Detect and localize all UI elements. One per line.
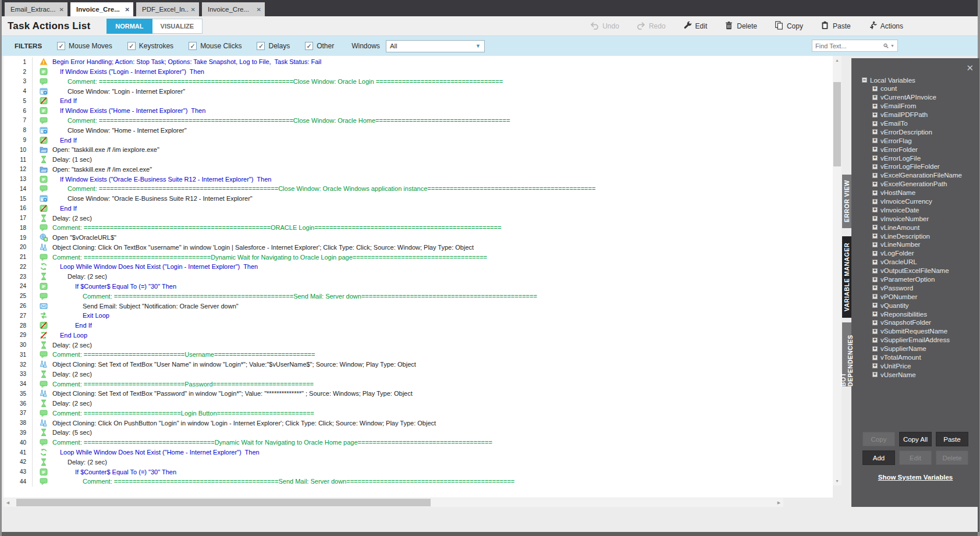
- action-row-2[interactable]: 2IFIf Window Exists ("Login - Internet E…: [3, 67, 833, 77]
- variable-item[interactable]: +vErrorDescription: [872, 127, 962, 136]
- action-row-26[interactable]: 26Send Email: Subject "Notification: Ora…: [3, 301, 833, 311]
- variable-item[interactable]: +vOutputExcelFileName: [872, 267, 962, 275]
- search-options-caret-icon[interactable]: ▼: [890, 44, 894, 48]
- expand-icon[interactable]: +: [872, 242, 878, 247]
- expand-icon[interactable]: +: [872, 363, 878, 368]
- scroll-down-icon[interactable]: ▼: [833, 477, 841, 485]
- horizontal-scrollbar[interactable]: ◀ ▶: [3, 498, 783, 507]
- action-row-6[interactable]: 6IFIf Window Exists ("Home - Internet Ex…: [3, 106, 833, 116]
- action-row-4[interactable]: 4Close Window: "Login - Internet Explore…: [3, 86, 833, 96]
- action-row-9[interactable]: 9IFEnd If: [3, 135, 833, 145]
- expand-icon[interactable]: +: [872, 121, 878, 126]
- action-row-27[interactable]: 27Exit Loop: [3, 311, 833, 321]
- action-row-16[interactable]: 16IFEnd If: [3, 203, 833, 213]
- filter-checkbox-other[interactable]: ✓Other: [305, 42, 334, 50]
- document-tab-0[interactable]: Email_Extrac...✕: [5, 2, 68, 16]
- filter-checkbox-delays[interactable]: ✓Delays: [257, 42, 290, 50]
- variable-item[interactable]: +vEmailTo: [872, 119, 962, 128]
- action-row-14[interactable]: 14Comment: =============================…: [3, 184, 833, 194]
- variable-item[interactable]: +vErrorFolder: [872, 145, 962, 154]
- variable-item[interactable]: +vOracleURL: [872, 258, 962, 267]
- expand-icon[interactable]: +: [872, 155, 878, 161]
- side-tab-variable-manager[interactable]: VARIABLE MANAGER: [842, 236, 851, 318]
- variable-item[interactable]: +vCurrentAPInvoice: [872, 93, 962, 102]
- expand-icon[interactable]: +: [872, 355, 878, 360]
- action-row-23[interactable]: 23Delay: (2 sec): [3, 272, 833, 282]
- variable-item[interactable]: +vReponsibilities: [872, 310, 962, 318]
- variable-item[interactable]: +vLineNumber: [872, 240, 962, 249]
- expand-icon[interactable]: +: [872, 104, 878, 109]
- expand-icon[interactable]: +: [872, 260, 878, 265]
- action-row-7[interactable]: 7Comment: ==============================…: [3, 116, 833, 126]
- expand-icon[interactable]: +: [872, 164, 878, 169]
- variable-item[interactable]: +vPassword: [872, 283, 962, 292]
- collapse-icon[interactable]: −: [862, 77, 867, 83]
- expand-icon[interactable]: +: [872, 294, 878, 299]
- close-tab-icon[interactable]: ✕: [59, 6, 64, 13]
- expand-icon[interactable]: +: [872, 338, 878, 343]
- variable-item[interactable]: +vLogFolder: [872, 249, 962, 258]
- action-row-8[interactable]: 8Close Window: "Home - Internet Explorer…: [3, 125, 833, 135]
- action-row-25[interactable]: 25Comment: =============================…: [3, 291, 833, 301]
- variable-item[interactable]: +vExcelGenarationFileName: [872, 171, 962, 180]
- variable-item[interactable]: +vSubmitRequestName: [872, 327, 962, 336]
- variable-copy-all-button[interactable]: Copy All: [899, 432, 932, 446]
- expand-icon[interactable]: +: [872, 320, 878, 325]
- document-tab-2[interactable]: PDF_Excel_In...✕: [136, 2, 199, 16]
- action-row-28[interactable]: 28IFEnd If: [3, 321, 833, 331]
- action-row-37[interactable]: 37Comment: ==========================Log…: [3, 409, 833, 418]
- action-row-42[interactable]: 42Delay: (2 sec): [3, 457, 833, 467]
- filter-checkbox-mouse-moves[interactable]: ✓Mouse Moves: [57, 42, 112, 50]
- action-row-5[interactable]: 5IFEnd If: [3, 96, 833, 106]
- variable-item[interactable]: +vExcelGenerationPath: [872, 180, 962, 189]
- scroll-up-icon[interactable]: ▲: [833, 56, 841, 65]
- expand-icon[interactable]: +: [872, 216, 878, 221]
- action-row-11[interactable]: 11Delay: (1 sec): [3, 155, 833, 165]
- checkbox-icon[interactable]: ✓: [57, 42, 65, 50]
- variable-item[interactable]: +vErrorFlag: [872, 136, 962, 145]
- variable-item[interactable]: +vErrorLogFileFolder: [872, 162, 962, 171]
- expand-icon[interactable]: +: [872, 346, 878, 352]
- action-row-1[interactable]: 1!Begin Error Handling; Action: Stop Tas…: [3, 57, 833, 67]
- action-row-32[interactable]: 32Object Cloning: Set Text of TextBox "U…: [3, 360, 833, 370]
- document-tab-1[interactable]: Invoice_Cre...✕: [70, 2, 133, 16]
- scroll-left-icon[interactable]: ◀: [3, 498, 12, 507]
- expand-icon[interactable]: +: [872, 303, 878, 308]
- expand-icon[interactable]: +: [872, 372, 878, 377]
- action-row-40[interactable]: 40Comment: =============================…: [3, 438, 833, 448]
- checkbox-icon[interactable]: ✓: [305, 42, 313, 50]
- expand-icon[interactable]: +: [872, 147, 878, 152]
- expand-icon[interactable]: +: [872, 129, 878, 134]
- action-row-35[interactable]: 35Object Cloning: Set Text of TextBox "P…: [3, 389, 833, 399]
- expand-icon[interactable]: +: [872, 311, 878, 317]
- variable-item[interactable]: +vSnapshotFolder: [872, 318, 962, 327]
- expand-icon[interactable]: +: [872, 251, 878, 256]
- variable-add-button[interactable]: Add: [862, 450, 895, 465]
- expand-icon[interactable]: +: [872, 138, 878, 143]
- variable-item[interactable]: +vLineDescription: [872, 232, 962, 240]
- action-row-39[interactable]: 39Delay: (5 sec): [3, 428, 833, 438]
- expand-icon[interactable]: +: [872, 285, 878, 290]
- action-row-3[interactable]: 3Comment: ==============================…: [3, 77, 833, 87]
- action-row-18[interactable]: 18Comment: =============================…: [3, 223, 833, 233]
- expand-icon[interactable]: +: [872, 277, 878, 282]
- action-row-10[interactable]: 10Open: "taskkill.exe /f /im iexplore.ex…: [3, 145, 833, 155]
- variable-item[interactable]: +vSupplierEmailAddress: [872, 336, 962, 345]
- expand-icon[interactable]: +: [872, 86, 878, 91]
- expand-icon[interactable]: +: [872, 207, 878, 212]
- variable-item[interactable]: +vSupplierName: [872, 345, 962, 353]
- action-row-12[interactable]: 12Open: "taskkill.exe /f /im excel.exe": [3, 164, 833, 174]
- action-row-20[interactable]: 20Object Cloning: Click On TextBox "user…: [3, 243, 833, 253]
- variable-item[interactable]: +vTotalAmount: [872, 353, 962, 362]
- scroll-right-icon[interactable]: ▶: [775, 498, 783, 507]
- action-row-41[interactable]: 41Loop While Window Does Not Exist ("Hom…: [3, 448, 833, 457]
- action-row-43[interactable]: 43IFIf $Counter$ Equal To (=) "30" Then: [3, 467, 833, 477]
- action-row-36[interactable]: 36Delay: (2 sec): [3, 399, 833, 409]
- action-row-38[interactable]: 38Object Cloning: Click On PushButton "L…: [3, 418, 833, 428]
- delete-button[interactable]: Delete: [725, 21, 757, 31]
- show-system-variables-link[interactable]: Show System Variables: [851, 474, 979, 481]
- action-row-19[interactable]: 19Open "$vOracleURL$": [3, 233, 833, 243]
- close-icon[interactable]: ✕: [966, 63, 974, 73]
- variable-item[interactable]: +vUserName: [872, 370, 962, 379]
- variable-paste-button[interactable]: Paste: [936, 432, 968, 446]
